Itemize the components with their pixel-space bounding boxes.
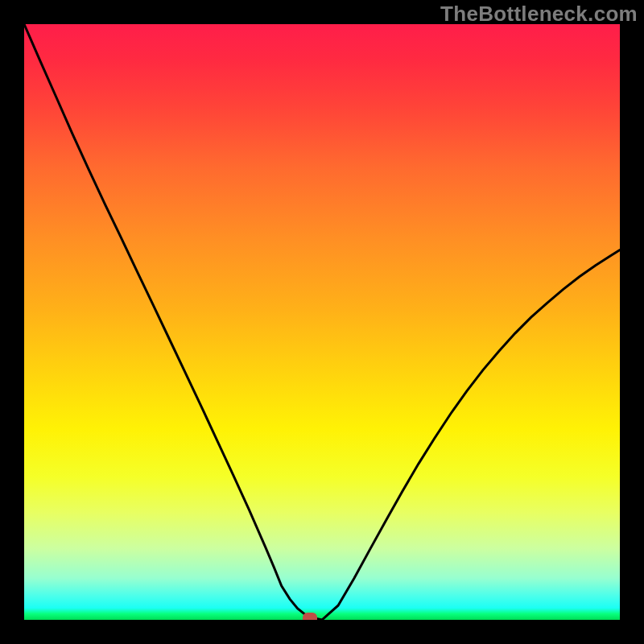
curve-path (24, 24, 620, 620)
plot-area (24, 24, 620, 620)
chart-frame: TheBottleneck.com (0, 0, 644, 644)
curve-svg (24, 24, 620, 620)
watermark-text: TheBottleneck.com (440, 2, 638, 27)
min-marker (303, 613, 317, 620)
